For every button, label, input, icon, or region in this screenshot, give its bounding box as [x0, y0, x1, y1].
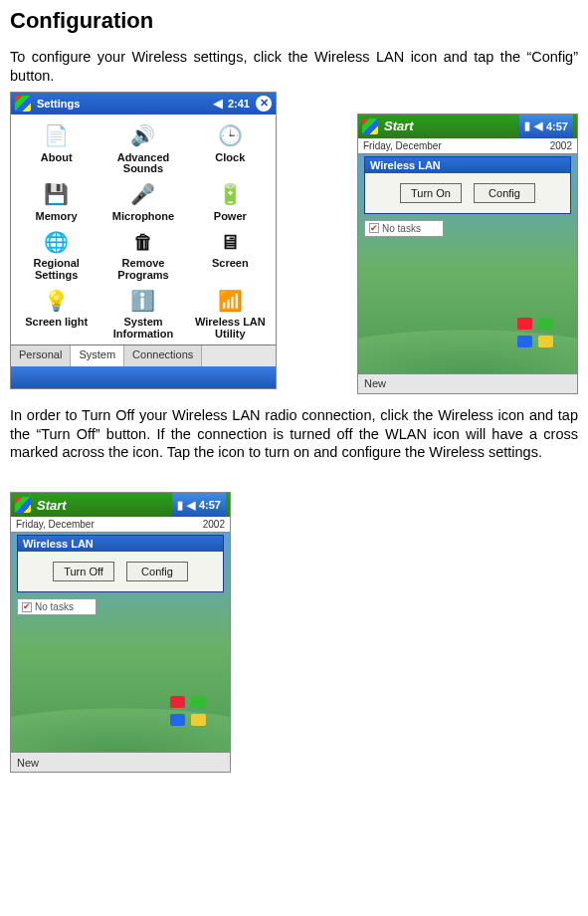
- item-label: Screen: [212, 258, 249, 270]
- item-label: Regional Settings: [15, 258, 98, 281]
- item-label: Microphone: [112, 211, 174, 223]
- settings-item-regional[interactable]: 🌐Regional Settings: [13, 226, 99, 283]
- item-label: About: [41, 152, 73, 164]
- mic-icon: 🎤: [126, 181, 160, 209]
- screen-icon: 🖥: [213, 228, 247, 256]
- speaker-icon: ◀: [213, 96, 223, 111]
- date-year: 2002: [203, 519, 225, 530]
- turn-on-button[interactable]: Turn On: [400, 183, 462, 203]
- popup-title: Wireless LAN: [365, 157, 570, 173]
- item-label: Memory: [36, 211, 78, 223]
- tasks-text: No tasks: [35, 601, 74, 612]
- settings-item-microphone[interactable]: 🎤Microphone: [99, 179, 186, 225]
- tab-connections[interactable]: Connections: [124, 345, 202, 366]
- start-flag-icon: [362, 118, 378, 134]
- date-text: Friday, December: [363, 140, 442, 151]
- speaker-icon: ◀: [534, 119, 542, 132]
- windows-logo-icon: [170, 696, 206, 726]
- start-label[interactable]: Start: [384, 118, 414, 133]
- trash-icon: 🗑: [126, 228, 160, 256]
- item-label: Wireless LAN Utility: [189, 317, 272, 340]
- settings-item-clock[interactable]: 🕒Clock: [187, 120, 274, 177]
- item-label: Remove Programs: [101, 258, 184, 281]
- signal-icon: ▮: [177, 499, 183, 512]
- settings-item-power[interactable]: 🔋Power: [187, 179, 274, 225]
- date-bar: Friday, December 2002: [358, 138, 577, 154]
- date-text: Friday, December: [16, 519, 95, 530]
- startbar-clock: 4:57: [546, 120, 568, 132]
- screenshot-wlan-turn-on: Start ▮ ◀ 4:57 Friday, December 2002 Wir…: [357, 114, 578, 394]
- new-bar[interactable]: New: [11, 752, 230, 772]
- info-icon: ℹ️: [126, 287, 160, 315]
- startbar: Start ▮ ◀ 4:57: [358, 114, 577, 138]
- item-label: Advanced Sounds: [101, 152, 184, 175]
- item-label: Screen light: [25, 317, 88, 329]
- new-bar[interactable]: New: [358, 373, 577, 393]
- about-icon: 📄: [40, 122, 74, 150]
- checkbox-icon: ✔: [22, 602, 32, 612]
- start-flag-icon: [15, 96, 31, 112]
- screenshot-settings: Settings ◀ 2:41 ✕ 📄About 🔊Advanced Sound…: [10, 92, 277, 389]
- item-label: Power: [214, 211, 247, 223]
- wireless-lan-popup: Wireless LAN Turn Off Config: [17, 535, 224, 592]
- checkbox-icon: ✔: [369, 223, 379, 233]
- turn-off-button[interactable]: Turn Off: [53, 562, 114, 581]
- desktop: Friday, December 2002 Wireless LAN Turn …: [11, 517, 230, 752]
- globe-icon: 🌐: [40, 228, 74, 256]
- titlebar-clock: 2:41: [228, 98, 250, 110]
- tasks-widget[interactable]: ✔ No tasks: [17, 598, 97, 615]
- settings-item-screen[interactable]: 🖥Screen: [187, 226, 274, 283]
- speaker-icon: ◀: [187, 499, 195, 512]
- date-year: 2002: [550, 140, 572, 151]
- settings-item-remove-programs[interactable]: 🗑Remove Programs: [99, 226, 186, 283]
- item-label: Clock: [215, 152, 245, 164]
- signal-icon: ▮: [524, 119, 530, 132]
- tab-system[interactable]: System: [71, 345, 124, 366]
- settings-item-screen-light[interactable]: 💡Screen light: [13, 285, 99, 342]
- screenshot-wlan-turn-off: Start ▮ ◀ 4:57 Friday, December 2002 Wir…: [10, 492, 231, 773]
- settings-item-wireless-lan[interactable]: 📶Wireless LAN Utility: [187, 285, 274, 342]
- tab-personal[interactable]: Personal: [11, 345, 71, 366]
- tasks-text: No tasks: [382, 223, 421, 234]
- titlebar-title: Settings: [37, 98, 213, 110]
- bottom-bar: [11, 366, 276, 388]
- settings-item-system-info[interactable]: ℹ️System Information: [99, 285, 186, 342]
- settings-item-advanced-sounds[interactable]: 🔊Advanced Sounds: [99, 120, 186, 177]
- intro-paragraph-1: To configure your Wireless settings, cli…: [10, 48, 578, 86]
- intro-paragraph-2: In order to Turn Off your Wireless LAN r…: [10, 406, 578, 463]
- page-title: Configuration: [10, 8, 578, 34]
- titlebar: Settings ◀ 2:41 ✕: [11, 93, 276, 114]
- config-button[interactable]: Config: [474, 183, 535, 203]
- settings-grid: 📄About 🔊Advanced Sounds 🕒Clock 💾Memory 🎤…: [11, 114, 276, 344]
- close-icon[interactable]: ✕: [256, 96, 272, 112]
- startbar-clock: 4:57: [199, 499, 221, 511]
- tasks-widget[interactable]: ✔ No tasks: [364, 220, 444, 237]
- tab-bar: Personal System Connections: [11, 344, 276, 366]
- clock-icon: 🕒: [213, 122, 247, 150]
- settings-item-memory[interactable]: 💾Memory: [13, 179, 99, 225]
- desktop: Friday, December 2002 Wireless LAN Turn …: [358, 138, 577, 373]
- config-button[interactable]: Config: [126, 562, 188, 581]
- start-label[interactable]: Start: [37, 498, 67, 513]
- light-icon: 💡: [40, 287, 74, 315]
- item-label: System Information: [101, 317, 184, 340]
- wifi-icon: 📶: [213, 287, 247, 315]
- wireless-lan-popup: Wireless LAN Turn On Config: [364, 156, 571, 214]
- settings-item-about[interactable]: 📄About: [13, 120, 99, 177]
- memory-icon: 💾: [40, 181, 74, 209]
- start-flag-icon: [15, 497, 31, 513]
- power-icon: 🔋: [213, 181, 247, 209]
- sounds-icon: 🔊: [126, 122, 160, 150]
- windows-logo-icon: [517, 318, 553, 347]
- date-bar: Friday, December 2002: [11, 517, 230, 533]
- popup-title: Wireless LAN: [18, 536, 223, 552]
- startbar: Start ▮ ◀ 4:57: [11, 493, 230, 517]
